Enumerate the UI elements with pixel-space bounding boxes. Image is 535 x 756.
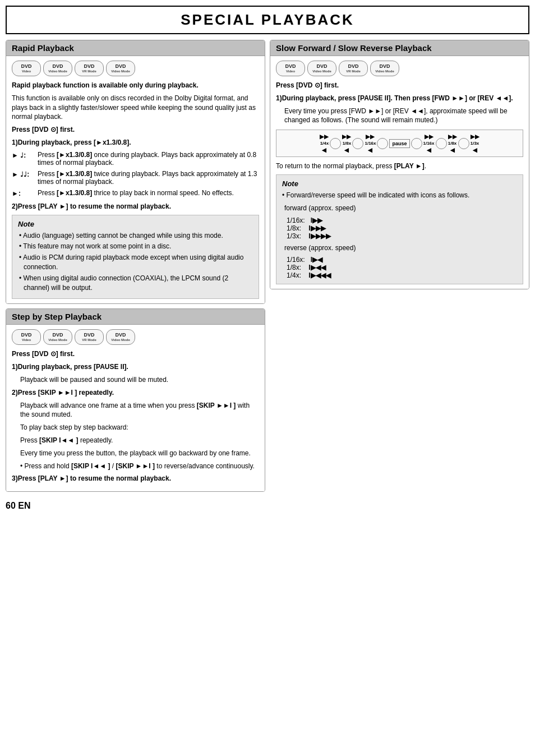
slow-rev-speed-3: 1/4x: I▶◀◀◀ [287, 271, 517, 279]
speed-arrows-fwd-1: ▶▶ [320, 133, 329, 140]
speed-sep-6 [458, 138, 469, 149]
speed-block-1-8x-r: ▶▶ 1/8x ◀ [448, 133, 457, 153]
speed-label-1-3x: 1/3x [471, 141, 479, 146]
speed-arrows-fwd-2: ▶▶ [342, 133, 351, 140]
rapid-dvd-icons: DVDVideo DVDVideo Mode DVDVR Mode DVDVid… [12, 61, 259, 76]
speed-arrows-fwd-3: ▶▶ [366, 133, 375, 140]
slow-note-intro: • Forward/reverse speed will be indicate… [282, 191, 517, 200]
rapid-symbol-2: ► ♩♩: [12, 170, 34, 178]
speed-arrows-rev-5: ◀ [450, 147, 455, 153]
step-dvd-icon-2: DVDVideo Mode [43, 329, 72, 345]
dvd-icon-2: DVDVideo Mode [43, 61, 72, 76]
rapid-symbol-text-2: Press [►x1.3/0.8] twice during playback.… [38, 170, 259, 186]
slow-step1-text: Every time you press [FWD ►►] or [REV ◄◄… [284, 107, 523, 126]
rapid-press-first: Press [DVD ⊙] first. [12, 125, 259, 135]
rapid-playback-header: Rapid Playback [6, 40, 265, 56]
slow-step1-title: 1)During playback, press [PAUSE II]. The… [276, 94, 523, 103]
rapid-note-title: Note [18, 220, 253, 228]
slow-rev-speed-2: 1/8x: I▶◀◀ [287, 264, 517, 271]
rapid-playback-section: Rapid Playback DVDVideo DVDVideo Mode DV… [6, 40, 265, 304]
dvd-icon-1: DVDVideo [12, 61, 41, 76]
slow-dvd-icon-2: DVDVideo Mode [307, 61, 336, 76]
step-by-step-header: Step by Step Playback [6, 309, 265, 325]
rapid-note-3: Audio is PCM during rapid playback mode … [24, 253, 253, 272]
speed-sep-3 [377, 138, 388, 149]
rapid-symbol-3: ►: [12, 189, 34, 197]
step-dvd-icons: DVDVideo DVDVideo Mode DVDVR Mode DVDVid… [12, 329, 259, 345]
slow-rev-speed-1: 1/16x: I▶◀ [287, 256, 517, 264]
slow-fwd-speed-2: 1/8x: I▶▶▶ [287, 224, 517, 232]
slow-reverse-speeds: 1/16x: I▶◀ 1/8x: I▶◀◀ 1/4x: I▶◀◀◀ [287, 256, 517, 279]
speed-sep-1 [330, 138, 341, 149]
speed-block-1-16x: ▶▶ 1/16x ◀ [365, 133, 376, 153]
rapid-symbol-row-1: ► ♩: Press [►x1.3/0.8] once during playb… [12, 151, 259, 167]
rapid-symbol-row-2: ► ♩♩: Press [►x1.3/0.8] twice during pla… [12, 170, 259, 186]
speed-block-1-8x: ▶▶ 1/8x ◀ [342, 133, 351, 153]
speed-sep-4 [411, 138, 422, 149]
step-step1-text: Playback will be paused and sound will b… [20, 375, 259, 385]
step-dvd-icon-1: DVDVideo [12, 329, 41, 345]
slow-dvd-icon-1: DVDVideo [276, 61, 305, 76]
step-step1-title: 1)During playback, press [PAUSE II]. [12, 362, 259, 372]
step-step2-line-2: To play back step by step backward: [20, 423, 259, 432]
speed-block-1-3x: ▶▶ 1/3x ◀ [471, 133, 479, 153]
slow-playback-header: Slow Forward / Slow Reverse Playback [270, 40, 529, 56]
slow-note-title: Note [282, 179, 517, 188]
rapid-note-2: This feature may not work at some point … [24, 242, 253, 251]
speed-sep-2 [352, 138, 363, 149]
rapid-symbol-1: ► ♩: [12, 151, 34, 159]
speed-arrows-rev-3: ◀ [368, 147, 372, 153]
rapid-symbol-row-3: ►: Press [►x1.3/0.8] thrice to play back… [12, 189, 259, 197]
slow-return-text: To return to the normal playback, press … [276, 162, 523, 171]
speed-arrows-fwd-5: ▶▶ [448, 133, 457, 140]
rapid-note-box: Note Audio (language) setting cannot be … [12, 215, 259, 299]
speed-label-1-8x: 1/8x [343, 141, 352, 146]
rapid-note-4: When using digital audio connection (COA… [24, 274, 253, 293]
step-step2-line-5: • Press and hold [SKIP I◄◄ ] / [SKIP ►►I… [20, 462, 259, 471]
speed-arrows-rev-6: ◀ [473, 147, 477, 153]
slow-note-box: Note • Forward/reverse speed will be ind… [276, 174, 523, 284]
rapid-symbol-text-1: Press [►x1.3/0.8] once during playback. … [38, 151, 259, 167]
slow-dvd-icon-3: DVDVR Mode [339, 61, 368, 76]
slow-dvd-icon-4: DVDVideo Mode [370, 61, 399, 76]
dvd-icon-4: DVDVideo Mode [106, 61, 135, 76]
step-dvd-icon-4: DVDVideo Mode [106, 329, 135, 345]
step-step2-line-1: Playback will advance one frame at a tim… [20, 401, 259, 420]
step-press-first: Press [DVD ⊙] first. [12, 349, 259, 359]
slow-press-first: Press [DVD ⊙] first. [276, 81, 523, 90]
speed-label-1-16x-r: 1/16x [423, 141, 435, 146]
rapid-symbol-text-3: Press [►x1.3/0.8] thrice to play back in… [38, 189, 234, 197]
speed-block-1-4x: ▶▶ 1/4x ◀ [320, 133, 329, 153]
step-step2-line-3: Press [SKIP I◄◄ ] repeatedly. [20, 436, 259, 445]
speed-arrows-fwd-4: ▶▶ [425, 133, 433, 140]
speed-arrows-rev-2: ◀ [344, 147, 349, 153]
slow-fwd-speed-1: 1/16x: I▶▶ [287, 216, 517, 224]
slow-dvd-icons: DVDVideo DVDVideo Mode DVDVR Mode DVDVid… [276, 61, 523, 76]
speed-label-1-8x-r: 1/8x [448, 141, 457, 146]
speed-block-1-16x-r: ▶▶ 1/16x ◀ [423, 133, 435, 153]
speed-label-1-4x: 1/4x [320, 141, 329, 146]
speed-pause-label: pause [389, 139, 409, 148]
rapid-intro-text: This function is available only on discs… [12, 94, 259, 122]
rapid-step1: 1)During playback, press [►x1.3/0.8]. [12, 138, 259, 147]
slow-forward-speeds: 1/16x: I▶▶ 1/8x: I▶▶▶ 1/3x: I▶▶▶▶ [287, 216, 517, 240]
dvd-icon-3: DVDVR Mode [75, 61, 104, 76]
step-by-step-section: Step by Step Playback DVDVideo DVDVideo … [6, 308, 265, 492]
page-footer: 60 EN [6, 501, 529, 511]
step-step3-title: 3)Press [PLAY ►] to resume the normal pl… [12, 474, 259, 483]
slow-playback-section: Slow Forward / Slow Reverse Playback DVD… [270, 40, 529, 289]
speed-sep-5 [436, 138, 447, 149]
rapid-note-1: Audio (language) setting cannot be chang… [24, 231, 253, 241]
speed-arrows-rev-1: ◀ [322, 147, 326, 153]
speed-arrows-fwd-6: ▶▶ [471, 133, 479, 140]
speed-arrows-rev-4: ◀ [427, 147, 431, 153]
slow-reverse-label: reverse (approx. speed) [284, 243, 517, 253]
page-title: SPECIAL PLAYBACK [6, 6, 529, 34]
rapid-bold-intro: Rapid playback function is available onl… [12, 81, 259, 90]
slow-fwd-speed-3: 1/3x: I▶▶▶▶ [287, 232, 517, 240]
rapid-step2: 2)Press [PLAY ►] to resume the normal pl… [12, 202, 259, 211]
speed-label-1-16x: 1/16x [365, 141, 376, 146]
step-dvd-icon-3: DVDVR Mode [75, 329, 104, 345]
slow-forward-label: forward (approx. speed) [284, 204, 517, 213]
step-step2-title: 2)Press [SKIP ►►I ] repeatedly. [12, 388, 259, 398]
